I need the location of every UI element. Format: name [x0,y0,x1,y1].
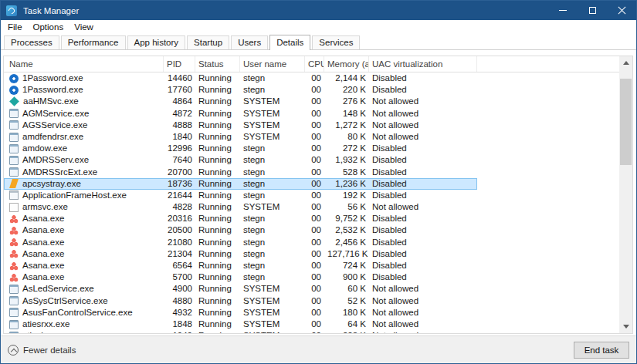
cell-uac: Disabled [369,260,477,271]
fewer-details-button[interactable]: Fewer details [8,345,76,356]
table-row[interactable]: Asana.exe6564Runningstegn00724 KDisabled [4,260,477,271]
cell-user: SYSTEM [240,295,305,307]
cell-uac: Not allowed [369,283,477,295]
minimize-button[interactable] [548,1,578,20]
cell-pid: 4932 [164,307,195,318]
cell-user: stegn [240,190,305,201]
table-row[interactable]: 1Password.exe17760Runningstegn00220 KDis… [4,84,477,96]
title-bar: Task Manager [1,1,636,20]
table-header: NamePIDStatusUser nameCPUMemory (act...U… [4,56,619,72]
table-row[interactable]: AsSysCtrlService.exe4880RunningSYSTEM005… [4,295,477,307]
scroll-up-button[interactable] [619,56,632,69]
cell-name: Asana.exe [4,260,164,271]
tab-services[interactable]: Services [312,35,360,49]
cell-status: Running [195,224,240,236]
cell-cpu: 00 [305,318,324,330]
cell-user: stegn [240,178,305,190]
table-row[interactable]: amdow.exe12996Runningstegn00272 KDisable… [4,143,477,154]
process-table: NamePIDStatusUser nameCPUMemory (act...U… [3,56,633,334]
arrow-up-icon [623,61,629,65]
table-row[interactable]: aaHMSvc.exe4864RunningSYSTEM00276 KNot a… [4,96,477,107]
table-row[interactable]: AsusFanControlService.exe4932RunningSYST… [4,307,477,318]
table-row[interactable]: Asana.exe21304Runningstegn00127,716 KDis… [4,248,477,260]
process-name: AGSService.exe [22,120,87,131]
column-header-user[interactable]: User name [240,56,305,72]
cell-user: SYSTEM [240,96,305,107]
cell-uac: Not allowed [369,330,477,333]
process-name: ApplicationFrameHost.exe [22,190,127,201]
end-task-button[interactable]: End task [574,342,629,359]
menu-view[interactable]: View [69,22,99,32]
table-row[interactable]: Asana.exe21080Runningstegn002,456 KDisab… [4,237,477,248]
asana-icon [9,226,19,235]
cell-user: SYSTEM [240,201,305,213]
tab-startup[interactable]: Startup [187,35,229,49]
aahm-icon [9,97,19,107]
cell-status: Running [195,178,240,190]
cell-cpu: 00 [305,260,324,271]
cell-uac: Not allowed [369,201,477,213]
cell-uac: Disabled [369,154,477,166]
cell-pid: 18736 [164,178,195,190]
cell-cpu: 00 [305,330,324,333]
process-name: Asana.exe [22,248,64,260]
cell-status: Running [195,307,240,318]
cell-uac: Disabled [369,248,477,260]
table-row[interactable]: Asana.exe5700Runningstegn00900 KDisabled [4,271,477,283]
cell-memory: 724 K [324,260,369,271]
table-row[interactable]: armsvc.exe4828RunningSYSTEM0056 KNot all… [4,201,477,213]
tab-users[interactable]: Users [231,35,268,49]
process-name: AsLedService.exe [22,283,94,295]
cell-status: Running [195,213,240,224]
close-button[interactable] [607,1,636,20]
tab-app-history[interactable]: App history [127,35,186,49]
tab-performance[interactable]: Performance [61,35,126,49]
scroll-down-button[interactable] [619,320,632,333]
cell-status: Running [195,108,240,120]
cell-status: Running [195,295,240,307]
table-row[interactable]: AMDRSSrcExt.exe20700Runningstegn00528 KD… [4,167,477,178]
process-name: AsusFanControlService.exe [22,307,133,318]
maximize-button[interactable] [578,1,607,20]
cell-pid: 20700 [164,167,195,178]
cell-cpu: 00 [305,154,324,166]
menu-file[interactable]: File [2,22,28,32]
menu-options[interactable]: Options [28,22,69,32]
table-row[interactable]: atieclxx.exe1940RunningSYSTEM00228 KNot … [4,330,477,333]
table-row[interactable]: AGMService.exe4872RunningSYSTEM00148 KNo… [4,108,477,120]
cell-name: AGMService.exe [4,108,164,120]
window-title: Task Manager [23,6,79,15]
cell-pid: 20316 [164,213,195,224]
cell-status: Running [195,248,240,260]
service-icon [9,133,19,142]
column-header-pid[interactable]: PID [164,56,195,72]
table-row[interactable]: atiesrxx.exe1848RunningSYSTEM0064 KNot a… [4,318,477,330]
table-row[interactable]: ApplicationFrameHost.exe21644Runningsteg… [4,190,477,201]
cell-user: stegn [240,213,305,224]
table-row[interactable]: AsLedService.exe4900RunningSYSTEM0060 KN… [4,283,477,295]
column-header-name[interactable]: Name [4,56,164,72]
chevron-up-icon [8,345,19,356]
cell-user: stegn [240,143,305,154]
table-row[interactable]: amdfendrsr.exe1840RunningSYSTEM0080 KNot… [4,131,477,143]
column-header-uac[interactable]: UAC virtualization [369,56,477,72]
cell-uac: Disabled [369,237,477,248]
table-row[interactable]: AGSService.exe4888RunningSYSTEM001,272 K… [4,120,477,131]
table-row[interactable]: 1Password.exe14460Runningstegn002,144 KD… [4,72,477,84]
menu-bar: FileOptionsView [1,20,636,33]
scrollbar-thumb[interactable] [620,79,632,165]
cell-name: apcsystray.exe [4,178,164,190]
column-header-memory[interactable]: Memory (act... [324,56,369,72]
table-row[interactable]: Asana.exe20316Runningstegn009,752 KDisab… [4,213,477,224]
asana-icon [9,238,19,247]
table-row[interactable]: Asana.exe20500Runningstegn002,532 KDisab… [4,224,477,236]
cell-name: amdfendrsr.exe [4,131,164,143]
column-header-status[interactable]: Status [195,56,240,72]
tab-details[interactable]: Details [269,35,310,50]
table-row[interactable]: apcsystray.exe18736Runningstegn001,236 K… [4,178,477,190]
table-row[interactable]: AMDRSServ.exe7640Runningstegn001,932 KDi… [4,154,477,166]
vertical-scrollbar[interactable] [619,56,632,333]
column-header-cpu[interactable]: CPU [305,56,324,72]
tab-processes[interactable]: Processes [4,35,59,49]
cell-name: AsusFanControlService.exe [4,307,164,318]
